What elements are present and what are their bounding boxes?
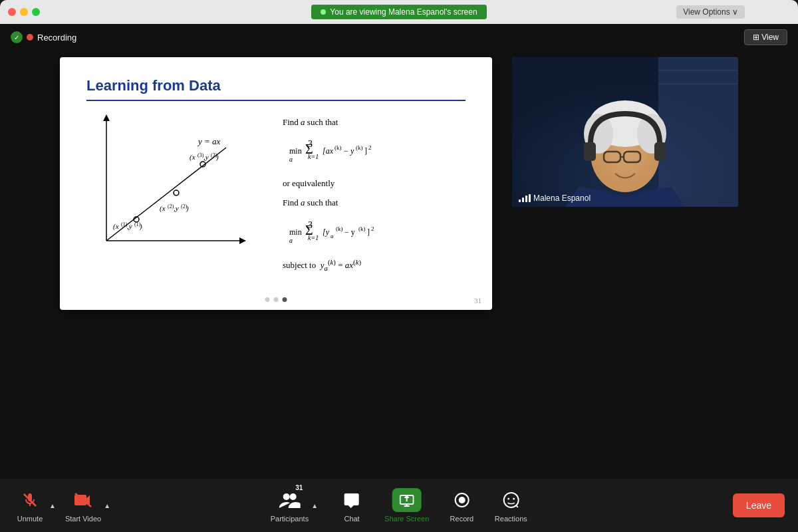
close-button[interactable]	[8, 8, 16, 16]
recording-indicator: ✓ Recording	[11, 31, 76, 43]
main-area: ✓ Recording ⊞ View Learning from Data	[0, 24, 798, 479]
camera-label: Malena Espanol	[519, 194, 591, 203]
person-svg	[512, 57, 738, 207]
record-button[interactable]: Record	[445, 488, 478, 523]
svg-text:[ax: [ax	[323, 146, 334, 156]
video-off-icon	[71, 488, 95, 512]
signal-bar-4	[529, 194, 531, 202]
unmute-chevron[interactable]: ▲	[48, 501, 57, 511]
participants-button[interactable]: 31 Participants	[271, 488, 309, 523]
sharing-status-dot	[321, 9, 326, 15]
participants-label: Participants	[271, 515, 309, 523]
svg-text:]: ]	[367, 227, 370, 237]
unmute-group: Unmute ▲	[13, 488, 57, 523]
svg-point-6	[174, 190, 179, 196]
svg-text:(k): (k)	[358, 225, 366, 232]
microphone-muted-icon	[18, 488, 42, 512]
svg-text:,y: ,y	[174, 204, 179, 212]
toolbar: Unmute ▲ Start Video ▲	[0, 479, 798, 532]
svg-text:2: 2	[371, 225, 374, 232]
leave-button[interactable]: Leave	[733, 493, 785, 517]
recording-label: Recording	[37, 33, 76, 43]
formula-svg-2: min a 3 k=1 Σ [y a (k) − y (k) ] 2	[289, 215, 416, 245]
svg-text:,y: ,y	[127, 222, 132, 230]
minimize-button[interactable]	[20, 8, 28, 16]
slide-dots	[265, 297, 287, 302]
reactions-icon	[499, 488, 523, 512]
unmute-label: Unmute	[17, 515, 43, 523]
svg-point-65	[283, 493, 289, 500]
shield-icon: ✓	[11, 31, 23, 43]
camera-view: Malena Espanol	[512, 57, 738, 207]
participants-group: 31 Participants ▲	[271, 488, 319, 523]
recording-bar: ✓ Recording ⊞ View	[0, 29, 798, 45]
share-screen-label: Share Screen	[384, 515, 429, 523]
svg-text:y = ax: y = ax	[197, 136, 221, 146]
record-label: Record	[450, 515, 473, 523]
svg-text:]: ]	[364, 146, 367, 156]
svg-marker-2	[239, 237, 246, 244]
slide-title: Learning from Data	[86, 77, 466, 101]
svg-point-74	[507, 498, 509, 500]
reactions-button[interactable]: Reactions	[494, 488, 527, 523]
svg-marker-3	[103, 114, 110, 121]
record-icon	[450, 488, 473, 512]
formula-svg-1: min a 3 k=1 Σ [ax (k) − y (k) ] 2	[289, 134, 409, 164]
svg-text:a: a	[289, 237, 293, 244]
svg-point-72	[458, 497, 465, 503]
svg-text:min: min	[289, 146, 302, 156]
svg-text:min: min	[289, 227, 302, 237]
find-a-text-1: Find a such that	[283, 114, 466, 130]
chat-button[interactable]: Chat	[335, 488, 368, 523]
svg-text:[y: [y	[323, 227, 330, 237]
or-equivalently-text: or equivalently	[283, 176, 466, 191]
slide-page-number: 31	[474, 297, 481, 305]
signal-bar-1	[519, 200, 521, 202]
view-button[interactable]: ⊞ View	[744, 29, 787, 45]
view-label: ⊞ View	[753, 33, 779, 42]
signal-bar-2	[522, 198, 524, 202]
view-options-button[interactable]: View Options ∨	[676, 5, 745, 19]
slide-dot-1	[265, 297, 270, 302]
subject-to-text: subject to ya(k) = ax(k)	[283, 256, 466, 275]
svg-text:): )	[186, 204, 189, 213]
min-formula-1: min a 3 k=1 Σ [ax (k) − y (k) ] 2	[289, 134, 466, 168]
participants-icon: 31	[277, 488, 301, 512]
start-video-group: Start Video ▲	[65, 488, 112, 523]
video-chevron[interactable]: ▲	[102, 501, 112, 511]
share-screen-icon	[392, 488, 422, 512]
share-screen-button[interactable]: Share Screen	[384, 488, 429, 523]
svg-text:− y: − y	[344, 227, 355, 237]
participant-name-label: Malena Espanol	[533, 194, 591, 203]
signal-icon	[519, 194, 531, 202]
recording-dot	[27, 34, 33, 41]
svg-rect-48	[658, 57, 738, 207]
participants-chevron[interactable]: ▲	[310, 501, 319, 511]
svg-rect-61	[584, 142, 596, 161]
camera-background	[512, 57, 738, 207]
signal-bar-3	[525, 196, 527, 202]
sharing-text: You are viewing Malena Espanol's screen	[330, 7, 477, 17]
toolbar-left: Unmute ▲ Start Video ▲	[13, 488, 112, 523]
svg-text:− y: − y	[343, 146, 354, 156]
toolbar-center: 31 Participants ▲ Chat	[271, 488, 528, 523]
start-video-button[interactable]: Start Video	[65, 488, 101, 523]
slide-dot-3	[283, 297, 287, 302]
svg-text:(k): (k)	[334, 144, 342, 151]
chat-icon	[340, 488, 364, 512]
title-bar: You are viewing Malena Espanol's screen …	[0, 0, 798, 24]
min-formula-2: min a 3 k=1 Σ [y a (k) − y (k) ] 2	[289, 215, 466, 249]
reactions-label: Reactions	[495, 515, 527, 523]
svg-text:): )	[139, 222, 142, 231]
svg-text:Σ: Σ	[305, 223, 313, 237]
svg-text:2: 2	[368, 144, 372, 151]
svg-point-75	[513, 498, 515, 500]
svg-rect-62	[654, 142, 666, 161]
leave-label: Leave	[746, 500, 771, 511]
svg-text:): )	[215, 153, 219, 162]
sharing-banner: You are viewing Malena Espanol's screen	[311, 5, 486, 19]
svg-text:Σ: Σ	[305, 142, 313, 156]
svg-text:(k): (k)	[336, 225, 343, 232]
unmute-button[interactable]: Unmute	[13, 488, 47, 523]
maximize-button[interactable]	[32, 8, 40, 16]
